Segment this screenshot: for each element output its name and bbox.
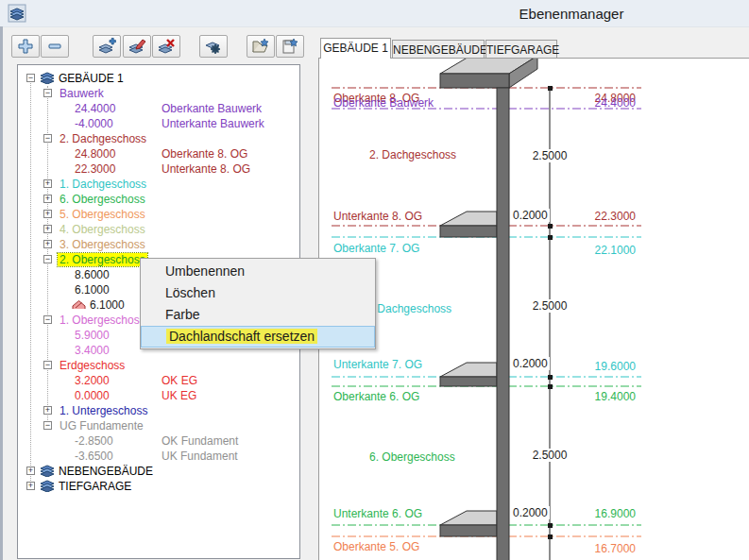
expand-toggle[interactable]: + [43,406,52,415]
tree-row-level-value[interactable]: -3.6500UK Fundament [18,449,299,464]
tree-label[interactable]: TIEFGARAGE [59,480,131,493]
tree-row-level-value[interactable]: 22.3000Unterkante 8. OG [18,161,299,177]
tree-label[interactable]: Bauwerk [60,87,104,100]
new-level-model-button[interactable] [93,35,121,58]
tree-row-5-obergeschoss[interactable]: +5. Obergeschoss [18,207,299,222]
add-level-button[interactable] [11,35,40,58]
tree-row-tiefgarage[interactable]: +TIEFGARAGE [18,479,299,494]
level-settings-button[interactable] [199,35,228,58]
plus-icon [17,38,34,55]
level-label: Unterkante 6. OG [333,507,422,520]
title-bar[interactable]: Ebenenmanager [0,0,749,27]
tree-row-level-value[interactable]: 3.2000OK EG [18,373,299,388]
remove-level-button[interactable] [41,35,69,58]
tree-row-erdgeschoss[interactable]: −Erdgeschoss [18,358,299,373]
level-name: OK Fundament [162,434,238,448]
level-value[interactable]: -4.0000 [75,117,113,130]
edit-level-model-button[interactable] [123,35,151,58]
dimension-floor-height: 2.5000 [531,299,570,313]
level-name: OK EG [162,374,197,387]
tree-row-1-untergeschoss[interactable]: +1. Untergeschoss [18,403,299,418]
expand-toggle[interactable]: + [43,225,52,233]
menu-item-dachlandschaft-ersetzen[interactable]: Dachlandschaft ersetzen [141,326,375,348]
level-value[interactable]: -2.8500 [75,434,113,448]
tree-row-level-value[interactable]: 0.0000UK EG [18,388,299,403]
collapse-toggle[interactable]: − [43,134,52,143]
selected-tree-label[interactable]: 2. Obergeschoss [58,253,147,266]
expand-toggle[interactable]: + [43,179,52,188]
layers-plus-icon [97,37,116,56]
level-value[interactable]: 24.4000 [75,102,115,115]
dimension-floor-height: 2.5000 [531,149,570,162]
tree-label[interactable]: 2. Dachgeschoss [60,132,146,145]
level-value[interactable]: 3.2000 [75,374,110,387]
tree-label[interactable]: NEBENGEBÄUDE [59,465,153,478]
expand-toggle[interactable]: + [43,240,52,248]
tab-tiefgarage[interactable]: TIEFGARAGE [485,40,557,59]
level-value[interactable]: 6.1000 [90,298,125,312]
level-label: Oberkante 6. OG [333,390,419,403]
tree-row-level-value[interactable]: 24.4000Oberkante Bauwerk [18,101,299,116]
level-name: Unterkante Bauwerk [162,117,264,130]
tree-label[interactable]: 3. Obergeschoss [60,238,145,251]
save-favorite-button[interactable] [276,35,304,58]
level-value[interactable]: 6.1000 [75,283,110,297]
level-label: Unterkante 7. OG [333,358,422,371]
delete-level-model-button[interactable] [152,35,180,58]
collapse-toggle[interactable]: − [43,255,52,263]
tree-label[interactable]: 1. Dachgeschoss [60,178,146,191]
tree-row-bauwerk[interactable]: −Bauwerk [18,86,299,101]
layers-edit-icon [128,37,146,56]
tree-label[interactable]: 1. Obergeschoss [60,314,145,327]
tree-row-6-obergeschoss[interactable]: +6. Obergeschoss [18,192,299,207]
level-value[interactable]: 3.4000 [75,344,110,357]
menu-item-farbe[interactable]: Farbe [141,304,375,326]
open-favorite-button[interactable] [247,35,275,58]
level-name: UK EG [162,389,196,402]
tree-row-level-value[interactable]: 24.8000Oberkante 8. OG [18,146,299,161]
floor-label: 2. Dachgeschoss [369,148,456,161]
collapse-toggle[interactable]: − [43,421,52,430]
tree-row-2-dachgeschoss[interactable]: −2. Dachgeschoss [18,131,299,146]
level-value[interactable]: -3.6500 [75,450,113,463]
tab-nebengebaeude[interactable]: NEBENGEBÄUDE [392,40,485,59]
level-value[interactable]: 5.9000 [75,329,110,342]
level-value[interactable]: 22.3000 [75,162,115,176]
menu-item-loeschen[interactable]: Löschen [141,282,375,304]
folder-star-icon [251,37,270,56]
level-elevation: 16.7000 [595,542,636,555]
tree-row-level-value[interactable]: -4.0000Unterkante Bauwerk [18,116,299,131]
window-border [0,26,3,560]
tree-label[interactable]: 1. Untergeschoss [60,404,147,417]
collapse-toggle[interactable]: − [26,74,35,82]
tree-label[interactable]: 4. Obergeschoss [60,223,145,236]
tree-row-3-obergeschoss[interactable]: +3. Obergeschoss [18,237,299,252]
level-value[interactable]: 0.0000 [75,389,110,402]
expand-toggle[interactable]: + [26,467,35,475]
tree-label[interactable]: Erdgeschoss [60,359,125,372]
level-name: Oberkante Bauwerk [162,102,262,115]
tree-label[interactable]: 5. Obergeschoss [60,208,145,221]
level-value[interactable]: 24.8000 [75,147,115,161]
tree-label[interactable]: 6. Obergeschoss [60,193,145,206]
tree-row-level-value[interactable]: -2.8500OK Fundament [18,433,299,449]
expand-toggle[interactable]: + [26,482,35,490]
tab-gebaeude-1[interactable]: GEBÄUDE 1 [320,38,391,59]
expand-toggle[interactable]: + [43,210,52,218]
menu-item-umbenennen[interactable]: Umbenennen [141,261,375,282]
tree-row-1-dachgeschoss[interactable]: +1. Dachgeschoss [18,177,299,192]
tree-row-nebengebaeude[interactable]: +NEBENGEBÄUDE [18,464,299,479]
collapse-toggle[interactable]: − [43,89,52,97]
collapse-toggle[interactable]: − [43,361,52,369]
tree-row-4-obergeschoss[interactable]: +4. Obergeschoss [18,222,299,237]
building-layers-icon [40,480,55,492]
tree-row-gebaeude-1[interactable]: −GEBÄUDE 1 [18,71,299,86]
level-elevation: 24.4000 [595,96,636,110]
tree-row-ug-fundamente[interactable]: −UG Fundamente [18,418,299,433]
tree-label[interactable]: GEBÄUDE 1 [59,72,124,85]
expand-toggle[interactable]: + [43,195,52,203]
tree-label[interactable]: UG Fundamente [60,419,144,433]
level-elevation: 19.4000 [595,390,636,403]
level-value[interactable]: 8.6000 [75,268,110,281]
collapse-toggle[interactable]: − [43,315,52,324]
